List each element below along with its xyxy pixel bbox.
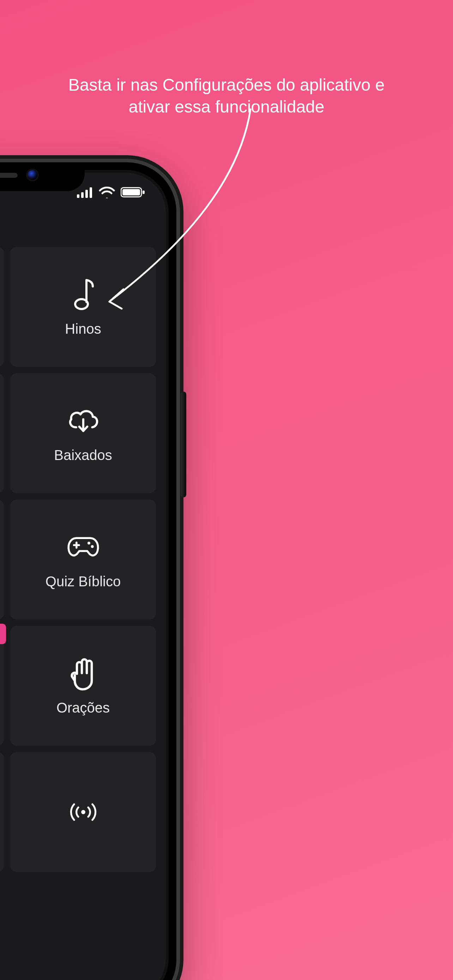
tile-label: Orações [56, 700, 110, 716]
phone-frame: Hinos Baixados uras [0, 162, 176, 980]
svg-rect-1 [81, 192, 84, 198]
tile-label-partial: dia [0, 716, 4, 732]
phone-speaker [0, 173, 17, 178]
svg-rect-0 [77, 194, 79, 198]
svg-point-7 [75, 299, 88, 309]
svg-point-10 [81, 810, 85, 814]
phone-screen: Hinos Baixados uras [0, 173, 166, 980]
marketing-headline: Basta ir nas Configurações do aplicativo… [0, 74, 453, 118]
tile-label: Baixados [54, 447, 112, 463]
svg-rect-2 [85, 190, 88, 198]
tile-left-4[interactable]: Novo dia [0, 626, 4, 746]
tile-left-5[interactable] [0, 752, 4, 872]
svg-rect-6 [143, 191, 145, 194]
svg-point-9 [91, 545, 94, 548]
phone-notch [0, 162, 85, 191]
tile-baixados[interactable]: Baixados [10, 373, 156, 493]
wifi-icon [99, 186, 115, 198]
tile-label-partial: uras [0, 589, 4, 605]
svg-rect-3 [90, 187, 92, 198]
phone-camera [27, 170, 37, 180]
tile-broadcast[interactable] [10, 752, 156, 872]
tile-hinos[interactable]: Hinos [10, 247, 156, 367]
tile-oracoes[interactable]: Orações [10, 626, 156, 746]
music-note-icon [66, 277, 100, 311]
tile-left-1[interactable] [0, 247, 4, 367]
novo-badge: Novo [0, 624, 6, 644]
tile-left-3[interactable]: uras [0, 500, 4, 619]
battery-icon [121, 186, 145, 198]
tile-quiz[interactable]: Quiz Bíblico [10, 500, 156, 619]
headline-line-2: ativar essa funcionalidade [129, 97, 324, 116]
cellular-signal-icon [77, 187, 93, 198]
tile-label: Hinos [65, 321, 101, 337]
cloud-download-icon [66, 404, 100, 438]
tile-label: Quiz Bíblico [46, 574, 121, 589]
promo-canvas: Basta ir nas Configurações do aplicativo… [0, 0, 453, 980]
broadcast-icon [66, 795, 100, 829]
tile-left-2[interactable] [0, 373, 4, 493]
headline-line-1: Basta ir nas Configurações do aplicativo… [68, 75, 385, 94]
svg-rect-5 [122, 189, 140, 196]
gamepad-icon [66, 530, 100, 564]
phone-side-button [181, 391, 186, 497]
menu-grid: Hinos Baixados uras [0, 247, 166, 980]
svg-point-8 [87, 541, 90, 544]
hand-icon [66, 656, 100, 690]
